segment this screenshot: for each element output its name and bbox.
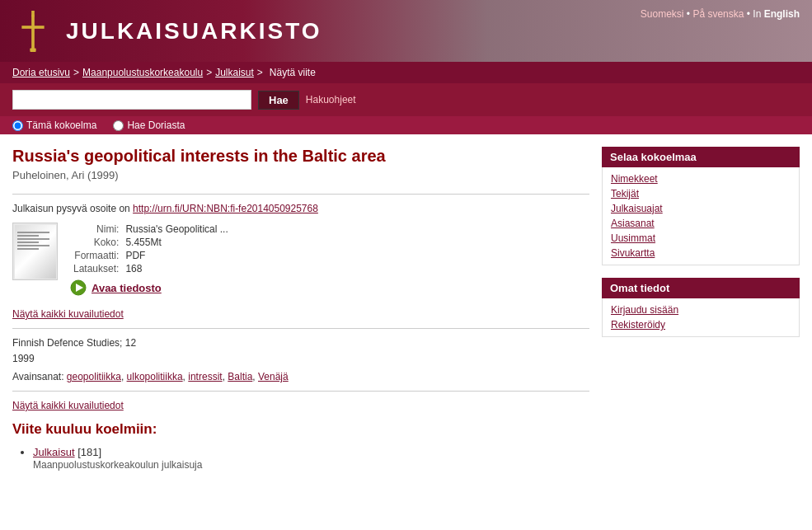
- file-format-label: Formaatti:: [70, 249, 122, 262]
- logo-icon: [12, 8, 54, 54]
- file-downloads-value: 168: [122, 262, 231, 275]
- own-links: Kirjaudu sisään Rekisteröidy: [602, 298, 800, 337]
- search-this-collection-radio[interactable]: [12, 120, 23, 131]
- collection-description: Maanpuolustuskorkeakoulun julkaisuja: [33, 459, 202, 471]
- breadcrumb-home[interactable]: Doria etusivu: [12, 67, 70, 78]
- keywords-label: Avainsanat:: [12, 371, 64, 382]
- search-all-label[interactable]: Hae Doriasta: [113, 120, 185, 131]
- file-downloads-label: Lataukset:: [70, 262, 122, 275]
- permanent-url-link[interactable]: http://urn.fi/URN:NBN:fi-fe2014050925768: [133, 203, 318, 214]
- main: Russia's geopolitical interests in the B…: [0, 134, 812, 485]
- file-name-row: Nimi: Russia's Geopolitical ...: [70, 223, 232, 236]
- thumb-line-5: [17, 245, 50, 246]
- collections-list: Julkaisut [181] Maanpuolustuskorkeakoulu…: [12, 446, 589, 471]
- article-title: Russia's geopolitical interests in the B…: [12, 147, 589, 166]
- header: JULKAISUARKISTO Suomeksi • På svenska • …: [0, 0, 812, 62]
- lang-fi-link[interactable]: Suomeksi: [641, 8, 684, 20]
- search-all-radio[interactable]: [113, 120, 124, 131]
- browse-box: Selaa kokoelmaa Nimekkeet Tekijät Julkai…: [602, 147, 800, 265]
- file-table: Nimi: Russia's Geopolitical ... Koko: 5.…: [70, 223, 232, 275]
- file-format-value: PDF: [122, 249, 231, 262]
- show-all-top-link[interactable]: Näytä kaikki kuvailutiedot: [12, 308, 589, 320]
- permanent-url-label: Julkaisun pysyvä osoite on: [12, 203, 130, 214]
- sidebar-register[interactable]: Rekisteröidy: [611, 317, 791, 332]
- site-title: JULKAISUARKISTO: [66, 18, 322, 45]
- divider-mid: [12, 328, 589, 329]
- sidebar: Selaa kokoelmaa Nimekkeet Tekijät Julkai…: [602, 147, 800, 472]
- keyword-geopolitiikka[interactable]: geopolitiikka: [67, 371, 121, 382]
- search-button[interactable]: Hae: [258, 91, 299, 110]
- own-header: Omat tiedot: [602, 278, 800, 298]
- search-this-collection-label[interactable]: Tämä kokoelma: [12, 120, 96, 131]
- collections-section-title: Viite kuuluu koelmiin:: [12, 421, 589, 438]
- svg-rect-0: [31, 11, 35, 52]
- lang-en-link[interactable]: English: [764, 8, 800, 20]
- breadcrumb: Doria etusivu > Maanpuolustuskorkeakoulu…: [12, 67, 319, 78]
- author-year: Puheloinen, Ari (1999): [12, 169, 589, 181]
- lang-switcher: Suomeksi • På svenska • In English: [641, 8, 800, 20]
- series-text: Finnish Defence Studies; 12: [12, 337, 136, 349]
- thumbnail-inner: [15, 225, 56, 279]
- svg-rect-3: [30, 48, 35, 52]
- sidebar-tekijat[interactable]: Tekijät: [611, 186, 791, 201]
- file-size-value: 5.455Mt: [122, 236, 231, 249]
- keyword-intressit[interactable]: intressit: [188, 371, 222, 382]
- sidebar-julkaisuajat[interactable]: Julkaisuajat: [611, 201, 791, 216]
- sidebar-sivukartta[interactable]: Sivukartta: [611, 246, 791, 260]
- thumb-line-4: [17, 242, 39, 243]
- sidebar-uusimmat[interactable]: Uusimmat: [611, 231, 791, 246]
- thumbnail: [12, 223, 58, 280]
- sidebar-nimekkeet[interactable]: Nimekkeet: [611, 171, 791, 186]
- sidebar-login[interactable]: Kirjaudu sisään: [611, 303, 791, 317]
- divider-bot: [12, 391, 589, 392]
- open-file-link[interactable]: Avaa tiedosto: [92, 282, 162, 294]
- open-file-icon: [70, 279, 87, 296]
- thumb-line-3: [17, 238, 50, 240]
- show-all-bottom-link[interactable]: Näytä kaikki kuvailutiedot: [12, 400, 589, 411]
- own-box: Omat tiedot Kirjaudu sisään Rekisteröidy: [602, 278, 800, 337]
- thumb-line-6: [17, 248, 39, 250]
- permanent-url-row: Julkaisun pysyvä osoite on http://urn.fi…: [12, 203, 589, 214]
- breadcrumb-sep-3: >: [257, 67, 263, 78]
- breadcrumb-current: Näytä viite: [270, 67, 316, 78]
- collection-link[interactable]: Julkaisut: [33, 446, 75, 458]
- lang-sv-link[interactable]: På svenska: [692, 8, 744, 20]
- file-name-value: Russia's Geopolitical ...: [122, 223, 231, 236]
- browse-header: Selaa kokoelmaa: [602, 147, 800, 167]
- search-help-link[interactable]: Hakuohjeet: [306, 94, 356, 106]
- meta-info: Finnish Defence Studies; 12 1999: [12, 335, 589, 367]
- breadcrumb-sep-2: >: [206, 67, 212, 78]
- file-format-row: Formaatti: PDF: [70, 249, 232, 262]
- separator-2: •: [747, 8, 750, 20]
- file-downloads-row: Lataukset: 168: [70, 262, 232, 275]
- thumb-line-1: [17, 232, 50, 233]
- file-size-row: Koko: 5.455Mt: [70, 236, 232, 249]
- keywords-row: Avainsanat: geopolitiikka, ulkopolitiikk…: [12, 371, 589, 382]
- collection-count: [181]: [77, 446, 101, 458]
- searchbar: Hae Hakuohjeet: [0, 83, 812, 116]
- collection-item: Julkaisut [181] Maanpuolustuskorkeakoulu…: [33, 446, 589, 471]
- year-text: 1999: [12, 353, 35, 364]
- thumb-lines: [17, 232, 54, 250]
- keyword-baltia[interactable]: Baltia: [228, 371, 252, 382]
- search-options: Tämä kokoelma Hae Doriasta: [0, 116, 812, 134]
- breadcrumb-publications[interactable]: Julkaisut: [215, 67, 254, 78]
- open-file-row: Avaa tiedosto: [70, 279, 232, 296]
- file-size-label: Koko:: [70, 236, 122, 249]
- browse-links: Nimekkeet Tekijät Julkaisuajat Asiasanat…: [602, 167, 800, 265]
- svg-rect-1: [21, 26, 44, 29]
- keyword-venaja[interactable]: Venäjä: [258, 371, 289, 382]
- file-details: Nimi: Russia's Geopolitical ... Koko: 5.…: [70, 223, 232, 296]
- breadcrumb-sep-1: >: [73, 67, 79, 78]
- navbar: Doria etusivu > Maanpuolustuskorkeakoulu…: [0, 62, 812, 83]
- lang-en-text: In: [753, 8, 763, 20]
- sidebar-asiasanat[interactable]: Asiasanat: [611, 216, 791, 231]
- thumb-line-2: [17, 235, 39, 237]
- file-info: Nimi: Russia's Geopolitical ... Koko: 5.…: [12, 223, 589, 296]
- search-input[interactable]: [12, 90, 251, 110]
- keyword-ulkopolitiikka[interactable]: ulkopolitiikka: [127, 371, 183, 382]
- breadcrumb-institution[interactable]: Maanpuolustuskorkeakoulu: [82, 67, 203, 78]
- divider-top: [12, 194, 589, 195]
- content-area: Russia's geopolitical interests in the B…: [12, 147, 589, 472]
- file-name-label: Nimi:: [70, 223, 122, 236]
